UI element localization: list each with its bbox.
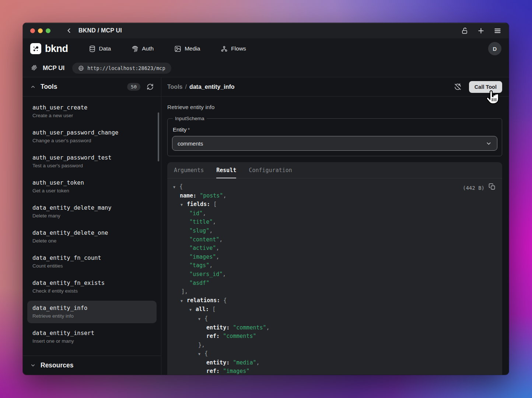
breadcrumb-current: data_entity_info [189,84,235,90]
chevron-left-icon [65,27,73,34]
nav-item-label: Media [185,45,200,52]
nav-item-label: Flows [231,45,246,52]
menu-icon[interactable] [494,27,501,35]
tab-arguments[interactable]: Arguments [174,162,204,178]
tool-list-item[interactable]: data_entity_delete_one Delete one [27,226,157,248]
new-tab-icon[interactable] [477,27,485,35]
tool-description: Test a user's password [32,163,151,168]
collapse-arrow-icon[interactable]: ▼ [198,350,204,359]
json-line: "content", [173,235,496,244]
tool-list-item[interactable]: data_entity_delete_many Delete many [27,200,157,223]
body-row: Tools 50 auth_user_create Create a new u… [23,77,509,375]
chevron-down-icon [486,140,492,147]
tool-list-item[interactable]: auth_user_token Get a user token [27,175,157,198]
collapse-arrow-icon[interactable]: ▼ [198,315,204,324]
tool-description: Change a user's password [32,138,151,143]
tool-list-item[interactable]: data_entity_fn_exists Check if entity ex… [27,276,157,298]
copy-icon[interactable] [489,183,496,193]
json-line: ▼{ [173,349,496,359]
main-nav: Data Auth Media Flows [89,45,246,52]
tool-list-item[interactable]: auth_user_create Create a new user [27,100,157,123]
entity-label-text: Entity [173,126,187,133]
refresh-tools-button[interactable] [145,82,155,92]
tool-list-item[interactable]: data_entity_insert Insert one or many [27,326,157,348]
breadcrumb-separator: / [185,84,186,90]
workflow-icon [221,45,228,52]
collapse-arrow-icon[interactable]: ▼ [189,306,196,314]
tool-description: Check if entity exists [32,288,151,294]
nav-item-media[interactable]: Media [174,45,200,52]
call-tool-button[interactable]: Call Tool [469,81,502,93]
breadcrumb: Tools/data_entity_info [167,84,235,90]
collapse-arrow-icon[interactable]: ▼ [173,183,179,192]
result-size: (442 B) [463,184,484,193]
database-icon [89,45,96,52]
tool-list-item[interactable]: auth_user_password_test Test a user's pa… [27,150,157,173]
resources-section-header[interactable]: Resources [23,356,161,375]
json-line: ], [173,287,496,296]
minimize-window-button[interactable] [38,28,43,33]
tool-name: data_entity_delete_many [32,205,151,211]
server-url-pill[interactable]: http://localhost:28623/mcp [72,63,171,74]
tool-name: data_entity_fn_exists [32,280,151,286]
required-marker: * [188,126,190,133]
json-line: "asdf" [173,279,496,288]
window-title: BKND / MCP UI [78,27,122,34]
tool-name: data_entity_info [32,305,151,311]
back-button[interactable] [65,27,73,34]
entity-field-label: Entity* [173,126,497,133]
nav-item-label: Data [99,45,111,52]
app-header: bknd Data Auth Media Flows [23,38,509,59]
mcp-subheader: MCP UI http://localhost:28623/mcp [23,59,509,77]
nav-item-data[interactable]: Data [89,45,111,52]
entity-select[interactable]: comments [172,136,497,151]
image-icon [174,45,181,52]
json-line: "id", [173,209,496,218]
tool-description: Delete one [32,238,151,244]
close-window-button[interactable] [30,28,35,33]
brand-logo[interactable]: bknd [30,43,68,55]
tool-detail-body: Retrieve entity info InputSchema Entity*… [161,97,509,375]
nav-item-auth[interactable]: Auth [132,45,154,52]
json-line: }, [173,341,496,350]
json-lines: ▼{name: "posts",▼fields: ["id","title","… [173,182,496,375]
tool-description: Get a user token [32,188,151,193]
titlebar-actions [461,27,501,35]
tools-section-header[interactable]: Tools 50 [23,77,161,97]
unlock-icon[interactable] [461,27,468,34]
tool-description: Delete many [32,213,151,219]
brand-name: bknd [45,43,68,55]
chevron-up-icon [30,84,36,90]
collapse-arrow-icon[interactable]: ▼ [181,200,187,209]
tool-name: auth_user_token [32,179,151,186]
nav-item-flows[interactable]: Flows [221,45,246,52]
json-line: "slug", [173,227,496,235]
input-schema-legend: InputSchema [173,116,207,121]
json-line: ▼fields: [ [173,200,496,209]
json-line: ▼{ [173,314,496,324]
tab-configuration[interactable]: Configuration [249,162,292,178]
refresh-icon [147,83,154,90]
auto-refresh-off-button[interactable] [453,82,462,91]
tab-result[interactable]: Result [216,162,236,178]
mcp-ui-title: MCP UI [43,64,64,72]
tool-list: auth_user_create Create a new user auth_… [23,97,161,356]
zoom-window-button[interactable] [46,28,50,33]
tool-name: auth_user_create [32,104,151,111]
window-titlebar: BKND / MCP UI [23,23,509,38]
user-avatar[interactable]: D [488,42,501,55]
collapse-arrow-icon[interactable]: ▼ [181,297,187,306]
traffic-lights [30,28,50,33]
json-line: entity: "comments", [173,324,496,332]
sidebar-scrollbar-thumb[interactable] [158,112,159,161]
tool-name: data_entity_fn_count [32,255,151,261]
json-line: name: "posts", [173,192,496,200]
result-meta: (442 B) [463,183,496,193]
tool-list-item[interactable]: data_entity_info Retrieve entity info [27,301,157,323]
tool-list-item[interactable]: auth_user_password_change Change a user'… [27,125,157,148]
bknd-logo-icon [30,43,41,54]
tool-name: auth_user_password_change [32,129,151,136]
json-line: ref: "images" [173,367,496,375]
tool-list-item[interactable]: data_entity_fn_count Count entities [27,251,157,273]
breadcrumb-section[interactable]: Tools [167,84,182,90]
